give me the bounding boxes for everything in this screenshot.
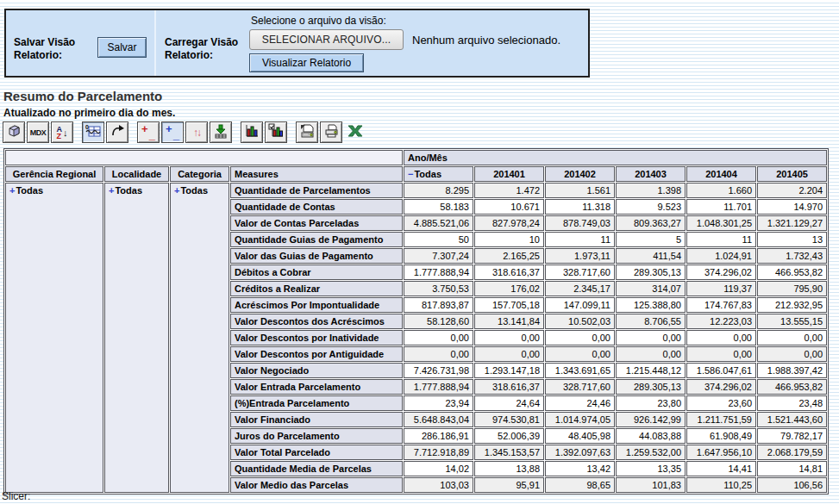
show-parent-members-button[interactable]: 0 <box>82 121 104 143</box>
value-cell: 5 <box>616 232 686 247</box>
value-cell: 827.978,24 <box>474 215 544 231</box>
chart-config-icon <box>268 123 284 141</box>
toolbar-group-navigate: MDX A Z ↓ <box>3 121 75 143</box>
save-button[interactable]: Salvar <box>97 37 147 58</box>
value-cell: 13.141,84 <box>474 314 544 329</box>
value-cell: 11.701 <box>686 199 756 215</box>
value-cell: 0,00 <box>616 346 686 362</box>
value-cell: 1.472 <box>474 183 544 198</box>
value-cell: 147.099,11 <box>545 297 615 313</box>
value-cell: 95,91 <box>474 477 544 493</box>
value-cell: 1.345.153,57 <box>474 445 544 460</box>
axis-header-2: Categoria <box>170 166 229 182</box>
value-cell: 466.953,82 <box>757 264 827 280</box>
value-cell: 1.973,11 <box>545 248 615 264</box>
value-cell: 110,25 <box>686 477 756 493</box>
measure-label: Quantidade Guias de Pagamento <box>230 232 403 247</box>
value-cell: 10.502,03 <box>545 314 615 329</box>
value-cell: 289.305,13 <box>616 264 686 280</box>
show-chart-button[interactable] <box>241 121 263 143</box>
measure-label: Valor Entrada Parcelamento <box>230 379 403 395</box>
value-cell: 328.717,60 <box>545 264 615 280</box>
view-report-button[interactable]: Visualizar Relatorio <box>249 53 364 72</box>
value-cell: 1.398 <box>616 183 686 198</box>
print-config-icon <box>299 123 316 142</box>
mdx-editor-button[interactable]: MDX <box>27 121 49 143</box>
print-config-button[interactable] <box>296 121 318 143</box>
pivot-corner-cell <box>5 150 403 165</box>
load-view-label: Carregar Visão Relatorio: <box>165 36 251 62</box>
value-cell: 8.295 <box>404 183 473 198</box>
measure-label: Quantidade de Parcelamentos <box>230 183 403 198</box>
value-cell: 98,65 <box>545 477 615 493</box>
expand-icon[interactable]: + <box>174 185 179 196</box>
value-cell: 0,00 <box>404 346 473 362</box>
pivot-table: Ano/MêsGerência RegionalLocalidadeCatego… <box>3 148 829 495</box>
drill-through-button[interactable] <box>210 121 232 143</box>
measure-label: Juros do Parcelamento <box>230 428 403 444</box>
axis-header-3: Measures <box>230 166 403 182</box>
olap-navigator-button[interactable] <box>3 121 25 143</box>
value-cell: 289.305,13 <box>616 379 686 395</box>
value-cell: 4.885.521,06 <box>404 215 473 231</box>
chart-config-button[interactable] <box>265 121 287 143</box>
value-cell: 1.521.443,60 <box>757 412 827 427</box>
hide-spans-button[interactable]: + _ <box>137 121 160 143</box>
value-cell: 1.343.691,65 <box>545 363 615 378</box>
value-cell: 1.321.129,27 <box>757 215 827 231</box>
printer-icon <box>323 123 340 142</box>
value-cell: 1.988.397,42 <box>757 363 827 378</box>
value-cell: 817.893,87 <box>404 297 473 313</box>
page-title: Resumo do Parcelamento <box>3 89 162 103</box>
value-cell: 1.586.047,61 <box>686 363 756 378</box>
value-cell: 101,83 <box>616 477 686 493</box>
value-cell: 14,81 <box>757 461 827 476</box>
value-cell: 58.183 <box>404 199 473 215</box>
value-cell: 466.953,82 <box>757 379 827 395</box>
row-member-cell-0: +Todas <box>5 183 103 493</box>
value-cell: 1.215.448,12 <box>616 363 686 378</box>
measure-label: Créditos a Realizar <box>230 281 403 296</box>
expand-icon[interactable]: + <box>109 185 114 196</box>
column-header-5: 201405 <box>757 166 827 182</box>
measure-label: Valor Descontos por Inatividade <box>230 330 403 345</box>
value-cell: 14,41 <box>686 461 756 476</box>
value-cell: 10.671 <box>474 199 544 215</box>
suppress-empty-button[interactable]: ↑↓ <box>185 121 208 143</box>
value-cell: 176,02 <box>474 281 544 296</box>
measure-label: Valor Descontos por Antiguidade <box>230 346 403 362</box>
value-cell: 7.426.731,98 <box>404 363 473 378</box>
measure-label: Valor Financiado <box>230 412 403 427</box>
print-button[interactable] <box>320 121 342 143</box>
swap-axes-button[interactable] <box>106 121 128 143</box>
value-cell: 14,02 <box>404 461 473 476</box>
toolbar-group-output <box>296 121 368 143</box>
collapse-icon[interactable]: − <box>408 169 413 179</box>
up-down-arrows-icon: ↑↓ <box>193 127 200 139</box>
value-cell: 878.749,03 <box>545 215 615 231</box>
select-file-button[interactable]: SELECIONAR ARQUIVO... <box>249 29 404 50</box>
parent-members-icon: 0 <box>85 123 102 142</box>
measure-label: Valor Negociado <box>230 363 403 378</box>
member-label: Todas <box>16 185 43 196</box>
value-cell: 50 <box>404 232 473 247</box>
column-header-2: 201402 <box>545 166 615 182</box>
toolbar-group-display: + _ + _ ↑↓ <box>137 121 234 143</box>
value-cell: 125.388,80 <box>616 297 686 313</box>
expand-icon[interactable]: + <box>9 185 15 196</box>
column-header-0: −Todas <box>404 166 473 182</box>
measure-label: Valor Total Parcelado <box>230 445 403 460</box>
value-cell: 809.363,27 <box>616 215 686 231</box>
value-cell: 1.660 <box>686 183 756 198</box>
export-excel-button[interactable] <box>344 121 366 143</box>
measure-label: Valor Descontos dos Acréscimos <box>230 314 403 329</box>
value-cell: 1.024,91 <box>686 248 756 264</box>
sort-button[interactable]: A Z ↓ <box>51 121 73 143</box>
value-cell: 13,88 <box>474 461 544 476</box>
value-cell: 7.307,24 <box>404 248 473 264</box>
member-label: Todas <box>115 185 142 196</box>
show-properties-button[interactable]: + _ <box>161 121 184 143</box>
measure-label: Valor das Guias de Pagamento <box>230 248 403 264</box>
value-cell: 795,90 <box>757 281 827 296</box>
value-cell: 0,00 <box>545 346 615 362</box>
